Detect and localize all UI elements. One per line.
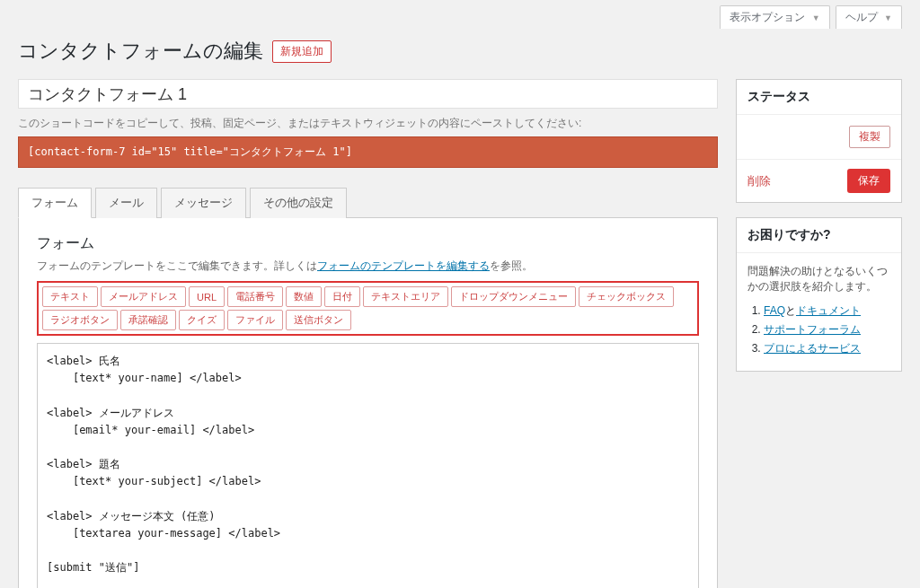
tag-button-4[interactable]: 数値 <box>286 286 322 307</box>
left-column: このショートコードをコピーして、投稿、固定ページ、またはテキストウィジェットの内… <box>18 79 718 588</box>
help-box-title: お困りですか? <box>737 218 901 253</box>
screen-options-tab[interactable]: 表示オプション ▼ <box>720 5 829 29</box>
tag-button-3[interactable]: 電話番号 <box>227 286 283 307</box>
chevron-down-icon: ▼ <box>884 13 892 22</box>
status-top: 複製 <box>737 115 901 160</box>
pro-service-link[interactable]: プロによるサービス <box>764 342 861 355</box>
save-button-side[interactable]: 保存 <box>847 169 890 193</box>
help-label: ヘルプ <box>845 11 878 23</box>
help-box-desc: 問題解決の助けとなるいくつかの選択肢を紹介します。 <box>748 264 890 294</box>
tab-other[interactable]: その他の設定 <box>250 188 347 218</box>
help-box-body: 問題解決の助けとなるいくつかの選択肢を紹介します。 FAQとドキュメント サポー… <box>737 253 901 371</box>
heading-row: コンタクトフォームの編集 新規追加 <box>0 29 920 79</box>
form-template-textarea[interactable] <box>37 343 699 588</box>
help-tab[interactable]: ヘルプ ▼ <box>836 5 902 29</box>
status-box: ステータス 複製 削除 保存 <box>736 79 902 203</box>
tag-button-9[interactable]: ラジオボタン <box>42 310 118 330</box>
docs-link[interactable]: ドキュメント <box>796 304 861 317</box>
duplicate-button[interactable]: 複製 <box>849 126 890 148</box>
delete-link[interactable]: 削除 <box>748 173 771 189</box>
tabs: フォーム メール メッセージ その他の設定 <box>18 188 718 218</box>
tag-generator-row: テキストメールアドレスURL電話番号数値日付テキストエリアドロップダウンメニュー… <box>37 281 699 336</box>
help-links-list: FAQとドキュメント サポートフォーラム プロによるサービス <box>748 303 890 356</box>
tag-button-2[interactable]: URL <box>189 286 225 307</box>
shortcode-box[interactable]: [contact-form-7 id="15" title="コンタクトフォーム… <box>18 136 718 168</box>
tab-form[interactable]: フォーム <box>18 188 92 218</box>
shortcode-label: このショートコードをコピーして、投稿、固定ページ、またはテキストウィジェットの内… <box>18 116 718 131</box>
add-new-button[interactable]: 新規追加 <box>272 40 332 63</box>
tag-button-12[interactable]: ファイル <box>227 310 283 330</box>
screen-options-label: 表示オプション <box>730 11 805 23</box>
tag-button-11[interactable]: クイズ <box>179 310 225 330</box>
tag-button-5[interactable]: 日付 <box>324 286 360 307</box>
form-panel: フォーム フォームのテンプレートをここで編集できます。詳しくはフォームのテンプレ… <box>18 218 718 588</box>
tag-button-10[interactable]: 承諾確認 <box>120 310 176 330</box>
support-forum-link[interactable]: サポートフォーラム <box>764 323 861 336</box>
tag-button-6[interactable]: テキストエリア <box>363 286 448 307</box>
right-column: ステータス 複製 削除 保存 お困りですか? 問題解決の助けとなるいくつかの選択… <box>736 79 902 386</box>
status-title: ステータス <box>737 80 901 115</box>
list-item: サポートフォーラム <box>764 322 890 338</box>
list-item: プロによるサービス <box>764 341 890 356</box>
page-title: コンタクトフォームの編集 <box>18 38 263 65</box>
tag-button-0[interactable]: テキスト <box>42 286 98 307</box>
chevron-down-icon: ▼ <box>812 13 820 22</box>
list-item: FAQとドキュメント <box>764 303 890 319</box>
panel-title: フォーム <box>37 234 699 253</box>
tag-button-1[interactable]: メールアドレス <box>101 286 186 307</box>
tab-mail[interactable]: メール <box>95 188 157 218</box>
top-bar: 表示オプション ▼ ヘルプ ▼ <box>0 0 920 29</box>
tag-button-8[interactable]: チェックボックス <box>579 286 674 307</box>
help-box: お困りですか? 問題解決の助けとなるいくつかの選択肢を紹介します。 FAQとドキ… <box>736 217 902 372</box>
faq-link[interactable]: FAQ <box>764 304 785 317</box>
panel-desc: フォームのテンプレートをここで編集できます。詳しくはフォームのテンプレートを編集… <box>37 259 699 274</box>
status-bottom: 削除 保存 <box>737 160 901 202</box>
form-title-input[interactable] <box>18 79 718 109</box>
template-help-link[interactable]: フォームのテンプレートを編集する <box>317 259 490 272</box>
main-layout: このショートコードをコピーして、投稿、固定ページ、またはテキストウィジェットの内… <box>0 79 920 588</box>
tag-button-13[interactable]: 送信ボタン <box>286 310 351 330</box>
tab-message[interactable]: メッセージ <box>161 188 246 218</box>
tag-button-7[interactable]: ドロップダウンメニュー <box>451 286 576 307</box>
